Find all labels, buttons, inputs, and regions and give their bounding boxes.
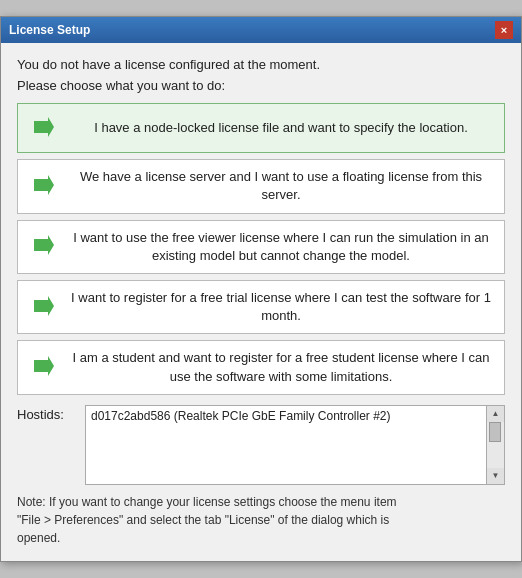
hostids-textarea[interactable] — [85, 405, 487, 485]
scroll-down-button[interactable]: ▼ — [487, 468, 504, 484]
intro-text: You do not have a license configured at … — [17, 57, 505, 72]
option-student[interactable]: I am a student and want to register for … — [17, 340, 505, 394]
main-content: You do not have a license configured at … — [1, 43, 521, 561]
scrollbar: ▲ ▼ — [487, 405, 505, 485]
option-viewer[interactable]: I want to use the free viewer license wh… — [17, 220, 505, 274]
arrow-icon — [30, 292, 58, 323]
arrow-icon — [30, 352, 58, 383]
svg-marker-1 — [34, 175, 54, 195]
option-text-trial: I want to register for a free trial lice… — [70, 289, 492, 325]
option-trial[interactable]: I want to register for a free trial lice… — [17, 280, 505, 334]
svg-marker-3 — [34, 296, 54, 316]
option-node-locked[interactable]: I have a node-locked license file and wa… — [17, 103, 505, 153]
svg-marker-2 — [34, 235, 54, 255]
option-floating[interactable]: We have a license server and I want to u… — [17, 159, 505, 213]
close-button[interactable]: × — [495, 21, 513, 39]
option-text-viewer: I want to use the free viewer license wh… — [70, 229, 492, 265]
title-bar: License Setup × — [1, 17, 521, 43]
scroll-up-button[interactable]: ▲ — [487, 406, 504, 422]
hostids-label: Hostids: — [17, 405, 77, 422]
hostids-section: Hostids: ▲ ▼ — [17, 405, 505, 485]
window-title: License Setup — [9, 23, 90, 37]
arrow-icon — [30, 171, 58, 202]
choose-text: Please choose what you want to do: — [17, 78, 505, 93]
note-text: Note: If you want to change your license… — [17, 493, 505, 547]
arrow-icon — [30, 113, 58, 144]
arrow-icon — [30, 231, 58, 262]
license-setup-window: License Setup × You do not have a licens… — [0, 16, 522, 562]
scroll-thumb — [489, 422, 501, 442]
option-text-floating: We have a license server and I want to u… — [70, 168, 492, 204]
options-list: I have a node-locked license file and wa… — [17, 103, 505, 395]
svg-marker-0 — [34, 117, 54, 137]
scroll-track — [487, 422, 504, 468]
svg-marker-4 — [34, 356, 54, 376]
option-text-student: I am a student and want to register for … — [70, 349, 492, 385]
option-text-node-locked: I have a node-locked license file and wa… — [70, 119, 492, 137]
